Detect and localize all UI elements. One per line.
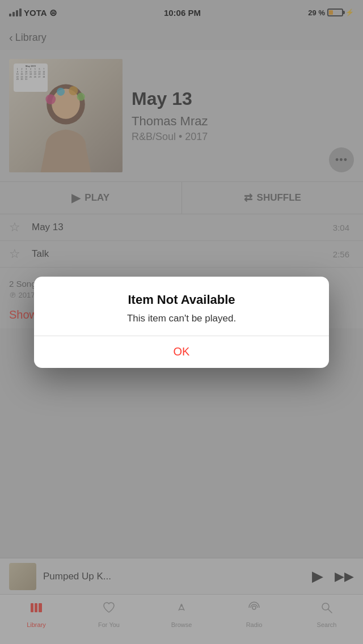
modal-actions: OK [34, 336, 329, 368]
modal-overlay: Item Not Available This item can't be pl… [0, 0, 363, 644]
alert-dialog: Item Not Available This item can't be pl… [34, 277, 329, 368]
dialog-title: Item Not Available [52, 293, 311, 307]
dialog-message: This item can't be played. [52, 313, 311, 324]
modal-body: Item Not Available This item can't be pl… [34, 277, 329, 336]
ok-button[interactable]: OK [34, 336, 329, 368]
